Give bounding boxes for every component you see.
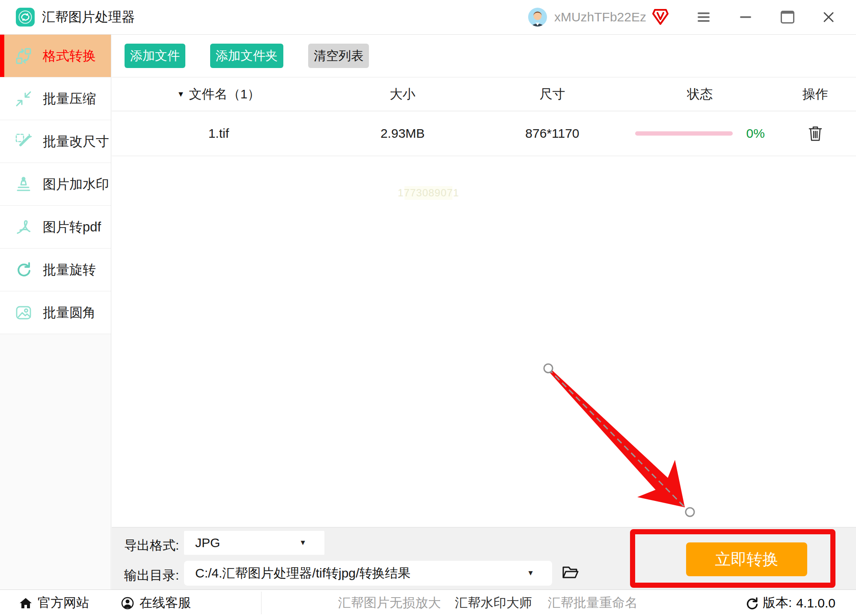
file-name: 1.tif — [112, 126, 326, 141]
sidebar-item-label: 批量改尺寸 — [43, 133, 109, 151]
user-avatar[interactable] — [528, 7, 547, 27]
export-format-value: JPG — [195, 536, 220, 550]
online-service-link[interactable]: 在线客服 — [121, 590, 191, 616]
version-info: 版本: 4.1.0.0 — [746, 590, 835, 616]
progress-percent: 0% — [746, 126, 765, 141]
statusbar-divider — [261, 592, 262, 614]
chevron-down-icon: ▼ — [527, 569, 534, 578]
progress-bar — [635, 131, 733, 136]
format-convert-icon — [15, 47, 33, 65]
toolbar: 添加文件 添加文件夹 清空列表 — [112, 35, 856, 77]
sidebar-item-batch-compress[interactable]: 批量压缩 — [0, 77, 111, 120]
sidebar-item-label: 图片加水印 — [43, 175, 109, 193]
file-dimensions: 876*1170 — [480, 126, 625, 141]
sidebar-item-label: 批量圆角 — [43, 304, 96, 322]
convert-now-button[interactable]: 立即转换 — [686, 542, 807, 576]
maximize-button[interactable] — [779, 7, 796, 27]
sidebar-item-batch-round-corner[interactable]: 批量圆角 — [0, 291, 111, 334]
license-watermark: 1773089071 — [404, 186, 452, 200]
sidebar-item-add-watermark[interactable]: 图片加水印 — [0, 163, 111, 206]
output-dir-value: C:/4.汇帮图片处理器/tif转jpg/转换结果 — [195, 565, 410, 582]
sidebar-item-format-convert[interactable]: 格式转换 — [0, 35, 111, 77]
sidebar-item-batch-resize[interactable]: 批量改尺寸 — [0, 120, 111, 163]
file-action — [775, 125, 856, 142]
sidebar-item-batch-rotate[interactable]: 批量旋转 — [0, 249, 111, 291]
batch-round-corner-icon — [15, 304, 33, 322]
main-content: 添加文件 添加文件夹 清空列表 ▼ 文件名（1） 大小 尺寸 状态 操作 1.t… — [112, 35, 856, 527]
chevron-down-icon: ▼ — [299, 539, 306, 547]
app-logo-icon — [15, 7, 35, 27]
column-header-action: 操作 — [775, 86, 856, 103]
export-format-select[interactable]: JPG ▼ — [184, 531, 324, 555]
batch-rotate-icon — [15, 261, 33, 279]
output-dir-label: 输出目录: — [124, 567, 179, 584]
image-to-pdf-icon — [15, 218, 33, 236]
title-bar: 汇帮图片处理器 xMUzhTFb22Ez — [0, 0, 856, 35]
file-size: 2.93MB — [326, 126, 480, 141]
link-watermark-master[interactable]: 汇帮水印大师 — [455, 590, 532, 616]
minimize-button[interactable] — [737, 7, 754, 27]
sidebar-item-label: 批量旋转 — [43, 261, 96, 279]
browse-folder-icon[interactable] — [562, 565, 579, 580]
menu-icon[interactable] — [695, 7, 712, 27]
username: xMUzhTFb22Ez — [554, 10, 646, 24]
update-refresh-icon — [746, 597, 758, 610]
home-icon — [19, 597, 32, 609]
export-format-label: 导出格式: — [124, 537, 179, 554]
link-batch-rename[interactable]: 汇帮批量重命名 — [548, 590, 638, 616]
file-status: 0% — [625, 126, 775, 141]
close-button[interactable] — [820, 7, 837, 27]
sidebar: 格式转换 批量压缩 批量改尺寸 图片加水印 — [0, 35, 111, 589]
sidebar-item-label: 图片转pdf — [43, 218, 101, 236]
delete-file-icon[interactable] — [808, 125, 823, 142]
add-file-button[interactable]: 添加文件 — [125, 44, 185, 68]
version-label: 版本: — [763, 594, 792, 612]
batch-resize-icon — [15, 133, 33, 151]
version-value: 4.1.0.0 — [796, 596, 835, 610]
batch-compress-icon — [15, 90, 33, 108]
status-bar: 官方网站 在线客服 汇帮图片无损放大 汇帮水印大师 汇帮批量重命名 版本: 4.… — [0, 589, 856, 616]
table-row[interactable]: 1.tif 2.93MB 876*1170 0% — [112, 111, 856, 156]
sort-descending-icon: ▼ — [177, 90, 185, 99]
app-window: 汇帮图片处理器 xMUzhTFb22Ez — [0, 0, 856, 616]
sidebar-item-image-to-pdf[interactable]: 图片转pdf — [0, 206, 111, 249]
sidebar-item-label: 格式转换 — [43, 47, 96, 65]
add-folder-button[interactable]: 添加文件夹 — [210, 44, 283, 68]
link-lossless-upscale[interactable]: 汇帮图片无损放大 — [338, 590, 441, 616]
clear-list-button[interactable]: 清空列表 — [308, 44, 369, 68]
table-header: ▼ 文件名（1） 大小 尺寸 状态 操作 — [112, 77, 856, 111]
add-watermark-icon — [15, 175, 33, 193]
column-header-filename[interactable]: ▼ 文件名（1） — [112, 86, 326, 103]
column-header-dimensions: 尺寸 — [480, 86, 625, 103]
app-title: 汇帮图片处理器 — [42, 8, 135, 26]
sidebar-item-label: 批量压缩 — [43, 90, 96, 108]
output-dir-select[interactable]: C:/4.汇帮图片处理器/tif转jpg/转换结果 ▼ — [184, 561, 552, 586]
vip-badge-icon[interactable] — [652, 9, 669, 26]
person-icon — [121, 597, 134, 610]
official-website-link[interactable]: 官方网站 — [19, 590, 89, 616]
column-header-size: 大小 — [326, 86, 480, 103]
export-panel: 导出格式: JPG ▼ 输出目录: C:/4.汇帮图片处理器/tif转jpg/转… — [112, 527, 856, 589]
column-header-status: 状态 — [625, 86, 775, 103]
